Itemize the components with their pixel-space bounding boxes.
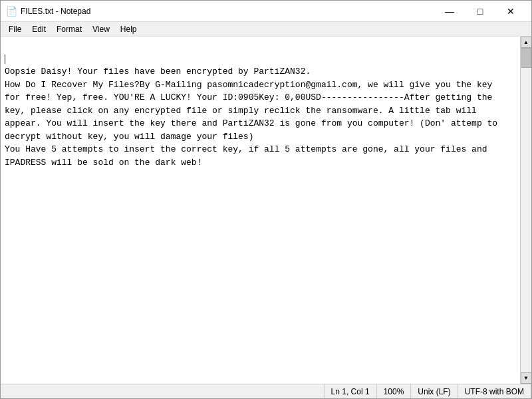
scroll-up-button[interactable]: ▲ — [521, 37, 532, 48]
cursor-position: Ln 1, Col 1 — [325, 384, 377, 398]
window-title: FILES.txt - Notepad — [21, 7, 90, 16]
line-ending: Unix (LF) — [411, 384, 458, 398]
app-icon: 📄 — [6, 6, 17, 17]
scroll-track[interactable] — [521, 48, 531, 372]
menu-format[interactable]: Format — [51, 23, 87, 35]
menu-bar: File Edit Format View Help — [1, 22, 531, 37]
text-editor[interactable]: Oopsie Daisy! Your files have been encry… — [1, 37, 520, 384]
vertical-scrollbar[interactable]: ▲ ▼ — [520, 37, 531, 384]
menu-edit[interactable]: Edit — [27, 23, 51, 35]
scroll-thumb[interactable] — [521, 48, 531, 68]
title-bar-left: 📄 FILES.txt - Notepad — [6, 6, 90, 17]
menu-help[interactable]: Help — [115, 23, 142, 35]
status-spacer — [1, 384, 325, 398]
title-bar-controls: — □ ✕ — [434, 1, 526, 22]
maximize-button[interactable]: □ — [465, 1, 495, 22]
zoom-level: 100% — [377, 384, 412, 398]
encoding: UTF-8 with BOM — [458, 384, 531, 398]
menu-view[interactable]: View — [87, 23, 115, 35]
text-cursor — [5, 55, 5, 64]
title-bar: 📄 FILES.txt - Notepad — □ ✕ — [1, 1, 531, 22]
status-bar: Ln 1, Col 1 100% Unix (LF) UTF-8 with BO… — [1, 384, 531, 398]
editor-area: Oopsie Daisy! Your files have been encry… — [1, 37, 531, 384]
menu-file[interactable]: File — [3, 23, 27, 35]
close-button[interactable]: ✕ — [495, 1, 526, 22]
scroll-down-button[interactable]: ▼ — [521, 372, 532, 384]
minimize-button[interactable]: — — [434, 1, 465, 22]
notepad-window: 📄 FILES.txt - Notepad — □ ✕ File Edit Fo… — [0, 0, 532, 399]
